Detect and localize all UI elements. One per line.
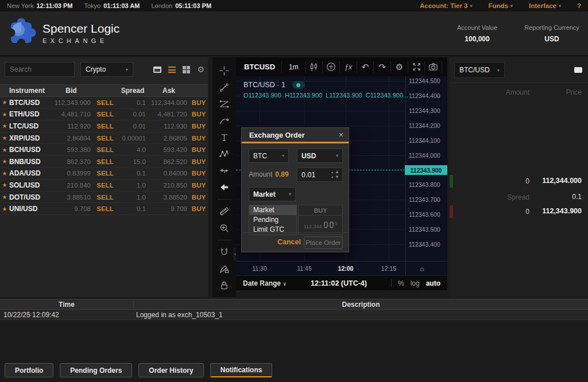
sell-button[interactable]: SELL: [93, 170, 117, 177]
buy-button[interactable]: BUY: [189, 182, 208, 189]
undo-icon[interactable]: ↶: [359, 60, 372, 75]
place-order-button[interactable]: Place Order: [304, 236, 343, 249]
redo-icon[interactable]: ↷: [376, 60, 389, 75]
favorite-star-icon[interactable]: ★: [0, 206, 9, 212]
favorite-star-icon[interactable]: ★: [0, 147, 9, 153]
step-up-icon[interactable]: ▲: [335, 169, 339, 174]
watchlist-row[interactable]: ★SOL/USD210.840SELL1.0210.850BUY: [0, 180, 208, 192]
crosshair-icon[interactable]: [216, 63, 233, 79]
forecast-tool-icon[interactable]: [216, 163, 233, 178]
time-axis[interactable]: ☼ 11:3011:4512:0012:15: [236, 261, 447, 275]
percent-scale-toggle[interactable]: %: [398, 279, 404, 287]
ruler-icon[interactable]: [216, 204, 233, 219]
chart-symbol-button[interactable]: BTCUSD: [239, 63, 280, 71]
panel-layout-icon[interactable]: [574, 67, 582, 73]
sell-button[interactable]: SELL: [93, 194, 117, 201]
orderbook-symbol-dropdown[interactable]: BTC/USD ▾: [454, 62, 505, 78]
menu-interface[interactable]: Interface▾: [529, 2, 561, 9]
step-down-icon[interactable]: ▼: [335, 174, 339, 180]
sell-button[interactable]: SELL: [93, 182, 117, 189]
log-scale-toggle[interactable]: log: [411, 279, 420, 287]
text-tool-icon[interactable]: [216, 130, 233, 145]
sell-button[interactable]: SELL: [93, 146, 117, 153]
draw-lock-icon[interactable]: [216, 261, 233, 276]
date-range-button[interactable]: Date Range ∨: [243, 279, 287, 287]
category-dropdown[interactable]: Crypto ▾: [80, 62, 133, 77]
favorite-star-icon[interactable]: ★: [0, 99, 9, 106]
order-type-option[interactable]: Pending: [249, 215, 296, 225]
step-up-icon[interactable]: ▴: [331, 170, 333, 175]
tab-order-history[interactable]: Order History: [138, 363, 203, 377]
candles-icon[interactable]: [308, 60, 321, 75]
auto-scale-toggle[interactable]: auto: [426, 279, 440, 287]
watchlist-row[interactable]: ★ADA/USD0.83999SELL0.10.84000BUY: [0, 168, 208, 180]
favorite-star-icon[interactable]: ★: [0, 182, 9, 188]
menu-funds[interactable]: Funds▾: [489, 2, 513, 9]
lock-icon[interactable]: [216, 278, 233, 293]
buy-button[interactable]: BUY: [189, 158, 208, 165]
buy-button[interactable]: BUY: [298, 205, 343, 216]
favorite-star-icon[interactable]: ★: [0, 170, 9, 177]
watchlist-row[interactable]: ★ETH/USD4,481.710SELL0.014,481.720BUY: [0, 109, 208, 121]
order-type-dropdown[interactable]: Market ▾: [249, 187, 296, 201]
buy-button[interactable]: BUY: [189, 123, 208, 130]
orderbook-ask-row[interactable]: 0 112,344.000: [450, 175, 588, 189]
sell-button[interactable]: SELL: [93, 205, 117, 212]
sell-button[interactable]: SELL: [93, 99, 117, 106]
watchlist-row[interactable]: ★XRP/USD2.86804SELL0.000012.86805BUY: [0, 132, 208, 145]
magnet-icon[interactable]: [216, 244, 233, 260]
zoom-in-icon[interactable]: [216, 220, 233, 236]
favorite-star-icon[interactable]: ★: [0, 111, 9, 118]
quote-currency-dropdown[interactable]: USD ▾: [297, 149, 343, 163]
favorite-star-icon[interactable]: ★: [0, 194, 9, 200]
order-type-option[interactable]: Market: [249, 205, 296, 215]
arrow-tool-icon[interactable]: [216, 180, 233, 195]
watchlist-row[interactable]: ★UNI/USD9.708SELL0.19.709BUY: [0, 203, 208, 215]
sell-button[interactable]: SELL: [93, 135, 117, 142]
brush-icon[interactable]: [216, 113, 233, 128]
snapshot-camera-icon[interactable]: [427, 60, 440, 75]
amount-stepper[interactable]: ▴▾ ▲▼: [331, 169, 339, 180]
search-input[interactable]: [5, 62, 75, 77]
buy-button[interactable]: BUY: [189, 194, 208, 201]
tab-notifications[interactable]: Notifications: [210, 363, 273, 377]
axis-settings-icon[interactable]: ☼: [419, 264, 425, 273]
sell-button[interactable]: SELL: [93, 123, 117, 130]
settings-gear-icon[interactable]: ⚙: [393, 60, 406, 75]
fullscreen-icon[interactable]: [410, 60, 423, 75]
base-currency-dropdown[interactable]: BTC ▾: [249, 149, 289, 163]
indicators-fx-icon[interactable]: ƒx: [342, 60, 355, 75]
menu-account-tier-3[interactable]: Account: Tier 3▾: [420, 2, 473, 9]
buy-button[interactable]: BUY: [189, 205, 208, 212]
chart-interval-button[interactable]: 1m: [284, 63, 304, 71]
watchlist-row[interactable]: ★LTC/USD112.920SELL0.01112.930BUY: [0, 120, 208, 132]
settings-gear-icon[interactable]: ⚙: [197, 65, 204, 73]
favorite-star-icon[interactable]: ★: [0, 158, 9, 165]
watchlist-row[interactable]: ★BCH/USD593.380SELL4.0593.420BUY: [0, 144, 208, 156]
trend-line-icon[interactable]: [216, 80, 233, 95]
grid-view-icon[interactable]: [183, 66, 190, 73]
compare-plus-icon[interactable]: [324, 60, 338, 75]
watchlist-row[interactable]: ★BNB/USD862.370SELL15.0862.520BUY: [0, 156, 208, 168]
favorite-star-icon[interactable]: ★: [0, 123, 9, 129]
tab-pending-orders[interactable]: Pending Orders: [60, 363, 132, 377]
pattern-tool-icon[interactable]: [216, 146, 233, 162]
watchlist-row[interactable]: ★DOT/USD3.88510SELL1.03.88520BUY: [0, 192, 208, 204]
favorite-star-icon[interactable]: ★: [0, 135, 9, 141]
step-down-icon[interactable]: ▾: [331, 175, 333, 180]
fib-tool-icon[interactable]: [216, 96, 233, 112]
watchlist-row[interactable]: ★BTC/USD112,343.900SELL0.1112,344.000BUY: [0, 97, 208, 109]
close-icon[interactable]: ×: [339, 130, 343, 139]
buy-button[interactable]: BUY: [189, 111, 208, 118]
buy-button[interactable]: BUY: [189, 135, 208, 142]
panel-view-icon[interactable]: [153, 67, 161, 73]
orderbook-bid-row[interactable]: 0 112,343.900: [450, 205, 588, 219]
buy-button[interactable]: BUY: [189, 170, 208, 177]
list-view-icon[interactable]: [168, 67, 176, 73]
cancel-button[interactable]: Cancel: [277, 238, 301, 246]
sell-button[interactable]: SELL: [93, 111, 117, 118]
sell-button[interactable]: SELL: [93, 158, 117, 165]
buy-button[interactable]: BUY: [189, 146, 208, 153]
buy-button[interactable]: BUY: [189, 99, 208, 106]
menu-[interactable]: ?: [577, 2, 581, 9]
